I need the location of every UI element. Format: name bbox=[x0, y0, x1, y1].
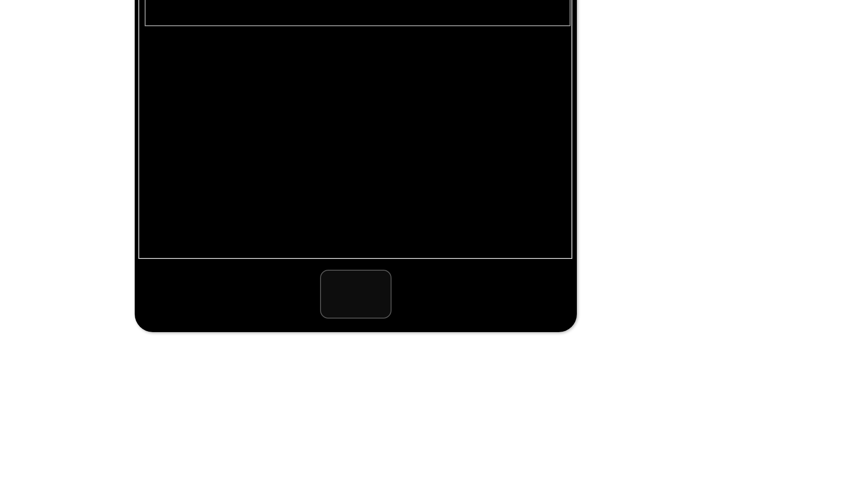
inner-panel: Custom sounds Custom Music Custom Sound … bbox=[138, 0, 572, 259]
device-frame: Custom sounds Custom Music Custom Sound … bbox=[135, 0, 577, 332]
custom-sounds-fieldset: Custom sounds Custom Music Custom Sound … bbox=[145, 0, 571, 26]
home-button[interactable] bbox=[320, 270, 392, 319]
